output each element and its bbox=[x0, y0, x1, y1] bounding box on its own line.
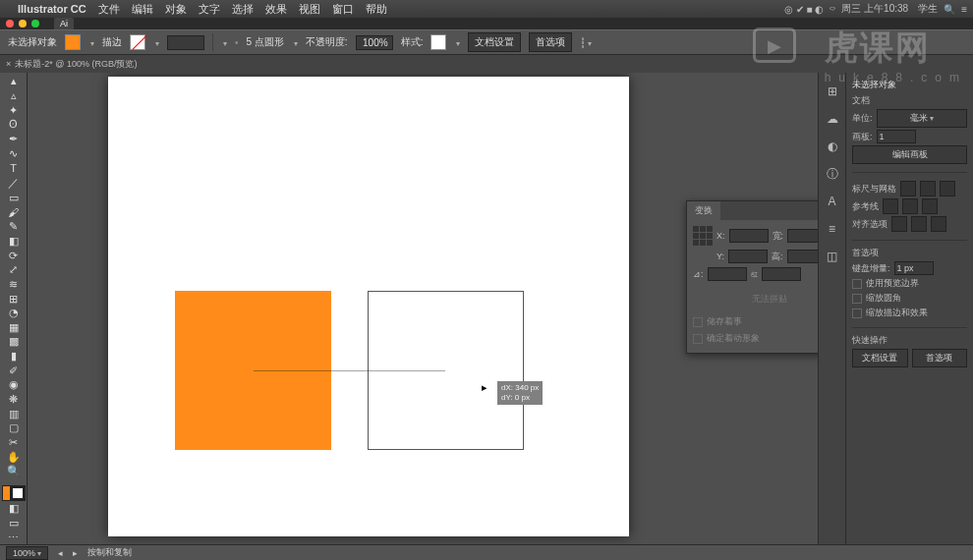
document-tab[interactable]: 未标题-2* @ 100% (RGB/预览) bbox=[15, 58, 137, 71]
fill-stroke-control[interactable] bbox=[2, 485, 26, 501]
transparency-grid-icon[interactable] bbox=[940, 181, 955, 196]
x-input[interactable] bbox=[729, 229, 769, 243]
color-mode-icon[interactable]: ◧ bbox=[2, 502, 26, 516]
color-icon[interactable]: ◐ bbox=[824, 138, 841, 155]
snap-pixel-icon[interactable] bbox=[931, 216, 946, 232]
search-icon[interactable]: 🔍 bbox=[944, 4, 955, 15]
menu-help[interactable]: 帮助 bbox=[366, 2, 387, 17]
brush-shape[interactable]: 5 点圆形 bbox=[247, 35, 284, 49]
grid-icon[interactable] bbox=[920, 181, 936, 196]
selection-tool[interactable]: ▴ bbox=[2, 75, 26, 88]
control-overflow[interactable]: ┆ bbox=[580, 37, 592, 48]
rotate-tool[interactable]: ⟳ bbox=[2, 249, 26, 262]
screen-mode-icon[interactable]: ▭ bbox=[2, 517, 26, 531]
guides-toggle-icon[interactable] bbox=[883, 198, 898, 214]
free-transform-tool[interactable]: ⊞ bbox=[2, 292, 26, 306]
paintbrush-tool[interactable]: 🖌 bbox=[2, 205, 26, 219]
menu-edit[interactable]: 编辑 bbox=[132, 2, 153, 17]
eraser-tool[interactable]: ◧ bbox=[2, 235, 26, 249]
document-setup-button[interactable]: 文档设置 bbox=[468, 32, 521, 52]
angle-input[interactable] bbox=[708, 267, 747, 281]
zoom-tool[interactable]: 🔍 bbox=[2, 465, 26, 478]
doc-setup-quick-button[interactable]: 文档设置 bbox=[852, 349, 908, 367]
units-select[interactable]: 毫米 bbox=[877, 109, 967, 128]
canvas[interactable]: ▸ dX: 340 px dY: 0 px 变换 ≡ X: 宽: Y: 高: bbox=[28, 73, 818, 544]
artboard-input[interactable] bbox=[877, 130, 916, 143]
menu-select[interactable]: 选择 bbox=[232, 2, 254, 17]
stroke-weight-input[interactable] bbox=[167, 35, 204, 50]
brush-profile[interactable] bbox=[221, 37, 227, 48]
pen-tool[interactable]: ✒ bbox=[2, 133, 26, 146]
y-input[interactable] bbox=[728, 250, 768, 263]
style-dropdown[interactable] bbox=[454, 37, 460, 48]
properties-icon[interactable]: ⊞ bbox=[824, 83, 841, 100]
shear-input[interactable] bbox=[762, 267, 801, 281]
menu-view[interactable]: 视图 bbox=[299, 2, 320, 17]
option-chk1[interactable]: 储存着事 bbox=[693, 313, 818, 330]
info-icon[interactable]: ⓘ bbox=[824, 165, 841, 183]
slice-tool[interactable]: ✂ bbox=[2, 436, 26, 450]
fill-dropdown[interactable] bbox=[88, 37, 94, 48]
line-tool[interactable]: ／ bbox=[2, 176, 26, 191]
stroke-color[interactable] bbox=[10, 485, 26, 501]
stroke-swatch[interactable] bbox=[130, 34, 145, 50]
wifi-icon[interactable]: ⌔ bbox=[830, 4, 835, 15]
menu-effect[interactable]: 效果 bbox=[265, 2, 287, 17]
shape-builder-tool[interactable]: ◔ bbox=[2, 307, 26, 320]
zoom-select[interactable]: 100% bbox=[6, 546, 48, 560]
close-tab-icon[interactable]: × bbox=[6, 59, 11, 69]
edit-toolbar-icon[interactable]: ⋯ bbox=[2, 531, 26, 544]
eyedropper-tool[interactable]: ✐ bbox=[2, 364, 26, 377]
snap-grid-icon[interactable] bbox=[911, 216, 927, 232]
opacity-input[interactable] bbox=[356, 35, 393, 50]
preferences-button[interactable]: 首选项 bbox=[529, 32, 572, 52]
key-increment-input[interactable] bbox=[894, 261, 934, 275]
artboard-tool[interactable]: ▢ bbox=[2, 421, 26, 435]
reference-point-picker[interactable] bbox=[693, 226, 713, 246]
hand-tool[interactable]: ✋ bbox=[2, 450, 26, 464]
prefs-quick-button[interactable]: 首选项 bbox=[912, 349, 968, 367]
close-window-button[interactable] bbox=[6, 20, 14, 28]
symbol-sprayer-tool[interactable]: ❋ bbox=[2, 393, 26, 407]
scale-tool[interactable]: ⤢ bbox=[2, 263, 26, 277]
menu-window[interactable]: 窗口 bbox=[332, 2, 354, 17]
width-tool[interactable]: ≋ bbox=[2, 278, 26, 292]
artboard-nav-prev-icon[interactable]: ◂ bbox=[58, 548, 63, 558]
graph-tool[interactable]: ▥ bbox=[2, 407, 26, 420]
type-icon[interactable]: A bbox=[824, 193, 841, 210]
transform-panel[interactable]: 变换 ≡ X: 宽: Y: 高: ⊿: ⎋: 无法拼贴 bbox=[686, 200, 818, 354]
scale-strokes-checkbox[interactable]: 缩放描边和效果 bbox=[852, 307, 967, 319]
option-chk2[interactable]: 确定着动形象 bbox=[693, 330, 818, 347]
menu-type[interactable]: 文字 bbox=[199, 2, 220, 17]
h-input[interactable] bbox=[787, 250, 818, 263]
layers-icon[interactable]: ◫ bbox=[824, 248, 841, 265]
use-preview-bounds-checkbox[interactable]: 使用预览边界 bbox=[852, 277, 967, 290]
smart-guides-icon[interactable] bbox=[922, 198, 938, 214]
artboard-nav-next-icon[interactable]: ▸ bbox=[73, 548, 78, 558]
scale-corners-checkbox[interactable]: 缩放圆角 bbox=[852, 292, 967, 305]
shaper-tool[interactable]: ✎ bbox=[2, 220, 26, 234]
transform-tab[interactable]: 变换 bbox=[687, 201, 720, 220]
brush-shape-dropdown[interactable] bbox=[292, 37, 298, 48]
type-tool[interactable]: T bbox=[2, 161, 26, 175]
perspective-tool[interactable]: ▦ bbox=[2, 321, 26, 335]
menu-extras-icon[interactable]: ≡ bbox=[961, 4, 967, 15]
minimize-window-button[interactable] bbox=[19, 20, 27, 28]
ruler-icon[interactable] bbox=[900, 181, 916, 196]
lock-guides-icon[interactable] bbox=[902, 198, 918, 214]
style-swatch[interactable] bbox=[430, 34, 446, 50]
app-name[interactable]: Illustrator CC bbox=[18, 3, 86, 15]
magic-wand-tool[interactable]: ✦ bbox=[2, 103, 26, 117]
gradient-tool[interactable]: ▮ bbox=[2, 350, 26, 364]
menu-object[interactable]: 对象 bbox=[165, 2, 187, 17]
zoom-window-button[interactable] bbox=[31, 20, 39, 28]
curvature-tool[interactable]: ∿ bbox=[2, 146, 26, 160]
direct-selection-tool[interactable]: ▵ bbox=[2, 89, 26, 103]
rectangle-tool[interactable]: ▭ bbox=[2, 192, 26, 205]
libraries-icon[interactable]: ☁ bbox=[824, 110, 841, 128]
snap-point-icon[interactable] bbox=[891, 216, 907, 232]
mesh-tool[interactable]: ▩ bbox=[2, 335, 26, 349]
align-icon[interactable]: ≡ bbox=[824, 220, 841, 238]
stroke-dropdown[interactable] bbox=[153, 37, 159, 48]
reset-bounding-box[interactable]: 无法拼贴 bbox=[693, 285, 818, 313]
